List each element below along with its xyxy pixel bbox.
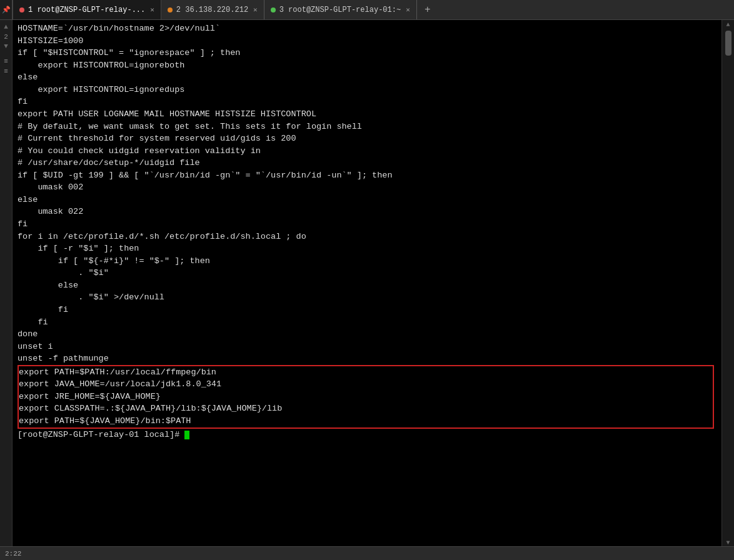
terminal-line: fi: [18, 304, 716, 316]
terminal-line: if [ "${-#*i}" != "$-" ]; then: [18, 255, 716, 268]
terminal-line: else: [18, 279, 716, 292]
terminal-content[interactable]: HOSTNAME=`/usr/bin/hostname 2>/dev/null`…: [13, 20, 721, 546]
terminal-line: umask 022: [18, 206, 716, 218]
terminal-line: umask 002: [18, 181, 716, 194]
terminal-line: export HISTCONTROL=ignoredups: [18, 84, 716, 96]
sidebar-arrow-1[interactable]: ≡: [4, 58, 8, 65]
terminal-line: if [ $UID -gt 199 ] && [ "`/usr/bin/id -…: [18, 169, 716, 182]
terminal-line: else: [18, 71, 716, 84]
terminal-line: . "$i": [18, 267, 716, 279]
terminal-line: # By default, we want umask to get set. …: [18, 121, 716, 133]
terminal-line: done: [18, 328, 716, 341]
highlighted-terminal-line: export JAVA_HOME=/usr/local/jdk1.8.0_341: [19, 378, 713, 391]
tab-dot-green-3: [271, 8, 276, 12]
tab-3-label: 3 root@ZNSP-GLPT-relay-01:~: [279, 6, 401, 14]
terminal-line: HISTSIZE=1000: [18, 35, 716, 48]
scroll-up-icon[interactable]: ▲: [726, 21, 730, 28]
tab-dot-red-1: [19, 8, 24, 12]
terminal-line: export PATH USER LOGNAME MAIL HOSTNAME H…: [18, 108, 716, 121]
terminal-line: fi: [18, 218, 716, 231]
terminal-line: # You could check uidgid reservation val…: [18, 145, 716, 158]
sidebar-arrow-2[interactable]: ≡: [4, 68, 8, 75]
tab-2[interactable]: 2 36.138.220.212 ✕: [161, 0, 264, 19]
highlighted-terminal-line: export PATH=$PATH:/usr/local/ffmpeg/bin: [19, 366, 713, 379]
terminal-line: if [ -r "$i" ]; then: [18, 242, 716, 255]
terminal-line: HOSTNAME=`/usr/bin/hostname 2>/dev/null`: [18, 22, 716, 35]
pin-icon: 📌: [0, 6, 13, 14]
highlighted-terminal-line: export CLASSPATH=.:${JAVA_PATH}/lib:${JA…: [19, 402, 713, 415]
down-arrow-icon[interactable]: ▼: [4, 43, 8, 50]
main-area: ▲ 2 ▼ ≡ ≡ HOSTNAME=`/usr/bin/hostname 2>…: [0, 20, 734, 546]
tab-bar-left: 📌: [0, 0, 13, 19]
tab-1[interactable]: 1 root@ZNSP-GLPT-relay-... ✕: [13, 0, 161, 19]
tab-3-close[interactable]: ✕: [406, 6, 410, 14]
tab-2-close[interactable]: ✕: [253, 6, 258, 14]
tab-1-label: 1 root@ZNSP-GLPT-relay-...: [28, 6, 145, 14]
cursor: [184, 431, 189, 439]
highlighted-terminal-line: export PATH=${JAVA_HOME}/bin:$PATH: [19, 415, 713, 428]
tab-dot-orange-2: [168, 8, 173, 12]
terminal-line: . "$i" >/dev/null: [18, 291, 716, 304]
line-number-2: 2: [4, 33, 8, 41]
terminal-line: else: [18, 194, 716, 206]
scroll-thumb[interactable]: [725, 31, 731, 56]
terminal-line: export HISTCONTROL=ignoreboth: [18, 59, 716, 72]
prompt-line: [root@ZNSP-GLPT-relay-01 local]#: [18, 429, 716, 441]
add-tab-button[interactable]: +: [420, 2, 436, 18]
tab-1-close[interactable]: ✕: [150, 6, 154, 14]
terminal-line: if [ "$HISTCONTROL" = "ignorespace" ] ; …: [18, 47, 716, 59]
right-scrollbar[interactable]: ▲ ▼: [721, 20, 734, 546]
left-panel: ▲ 2 ▼ ≡ ≡: [0, 20, 13, 546]
tab-2-label: 2 36.138.220.212: [176, 6, 248, 14]
terminal-line: # /usr/share/doc/setup-*/uidgid file: [18, 157, 716, 169]
tab-bar: 📌 1 root@ZNSP-GLPT-relay-... ✕ 2 36.138.…: [0, 0, 734, 20]
status-bar: 2:22: [0, 546, 734, 560]
terminal-line: for i in /etc/profile.d/*.sh /etc/profil…: [18, 231, 716, 243]
terminal-line: fi: [18, 96, 716, 108]
terminal-line: unset -f pathmunge: [18, 352, 716, 365]
up-arrow-icon[interactable]: ▲: [4, 24, 8, 31]
terminal-line: unset i: [18, 341, 716, 353]
tab-3[interactable]: 3 root@ZNSP-GLPT-relay-01:~ ✕: [264, 0, 417, 19]
terminal-line: fi: [18, 316, 716, 329]
highlighted-terminal-line: export JRE_HOME=${JAVA_HOME}: [19, 391, 713, 403]
terminal-line: # Current threshold for system reserved …: [18, 132, 716, 145]
status-position: 2:22: [5, 550, 21, 558]
scroll-down-icon[interactable]: ▼: [726, 539, 730, 546]
highlighted-block: export PATH=$PATH:/usr/local/ffmpeg/bine…: [18, 365, 714, 429]
left-panel-top: ▲ 2 ▼ ≡ ≡: [4, 20, 8, 75]
